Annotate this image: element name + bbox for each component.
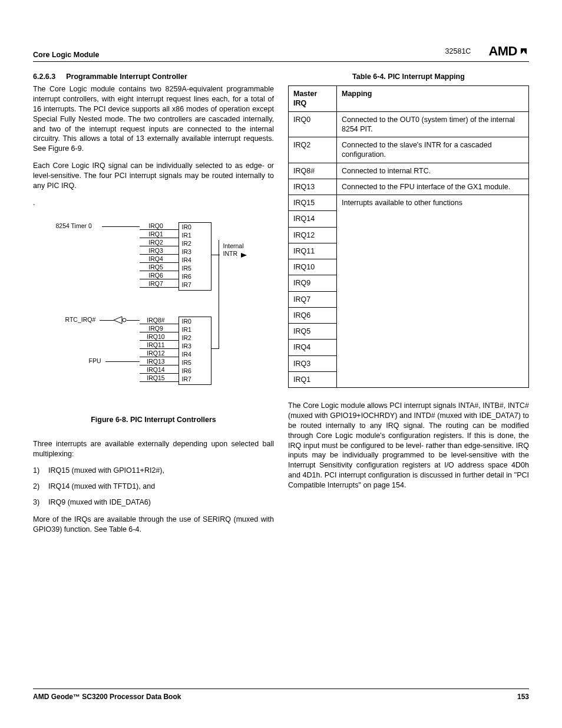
irq-left-label: IRQ2	[142, 239, 170, 246]
cell-mapping: Connected to the slave's INTR for a casc…	[337, 137, 529, 163]
irq-left-label: IRQ9	[142, 325, 170, 332]
irq-left-label: IRQ7	[142, 280, 170, 287]
cell-irq: IRQ5	[289, 324, 337, 340]
ir-pin-label: IR2	[182, 334, 208, 341]
doc-number: 32581C	[445, 47, 471, 55]
cell-irq: IRQ14	[289, 211, 337, 227]
ir-pin-label: IR2	[182, 240, 208, 247]
list-item: 1)IRQ15 (muxed with GPIO11+RI2#),	[33, 466, 274, 476]
cell-irq: IRQ3	[289, 355, 337, 371]
irq-left-label: IRQ3	[142, 247, 170, 254]
table-row: IRQ2Connected to the slave's INTR for a …	[289, 137, 529, 163]
table-row: IRQ15Interrupts available to other funct…	[289, 195, 529, 211]
svg-marker-0	[114, 317, 122, 324]
content-columns: 6.2.6.3Programmable Interrupt Controller…	[33, 73, 529, 542]
ir-pin-label: IR0	[182, 223, 208, 230]
section-title: Programmable Interrupt Controller	[66, 73, 187, 81]
figure-caption: Figure 6-8. PIC Interrupt Controllers	[33, 416, 274, 424]
cell-irq: IRQ9	[289, 275, 337, 291]
section-heading: 6.2.6.3Programmable Interrupt Controller	[33, 73, 274, 81]
cell-irq: IRQ13	[289, 179, 337, 195]
section-para-1: The Core Logic module contains two 8259A…	[33, 84, 274, 154]
header-title: Core Logic Module	[33, 51, 100, 59]
cell-mapping: Connected to the OUT0 (system timer) of …	[337, 111, 529, 137]
stray-period: .	[33, 198, 274, 208]
svg-marker-2	[241, 253, 247, 258]
cell-irq: IRQ7	[289, 291, 337, 307]
irq-left-label: IRQ6	[142, 272, 170, 279]
page-footer: AMD Geode™ SC3200 Processor Data Book 15…	[33, 689, 529, 701]
page-header: Core Logic Module 32581C AMD	[33, 44, 529, 62]
label-intr: INTR	[223, 250, 238, 257]
ir-pin-label: IR0	[182, 318, 208, 325]
cell-irq: IRQ6	[289, 307, 337, 323]
section-para-2: Each Core Logic IRQ signal can be indivi…	[33, 161, 274, 191]
ir-pin-label: IR7	[182, 281, 208, 288]
irq-left-label: IRQ0	[142, 222, 170, 229]
col2-tail-para: The Core Logic module allows PCI interru…	[288, 401, 529, 490]
ir-pin-label: IR3	[182, 248, 208, 255]
cell-irq: IRQ10	[289, 259, 337, 275]
pic-diagram: IRQ0IR0IRQ1IR1IRQ2IR2IRQ3IR3IRQ4IR4IRQ5I…	[48, 219, 260, 407]
table-row: IRQ0Connected to the OUT0 (system timer)…	[289, 111, 529, 137]
col1-tail-para2: More of the IRQs are available through t…	[33, 515, 274, 535]
irq-left-label: IRQ15	[142, 374, 170, 381]
cell-irq: IRQ15	[289, 195, 337, 211]
irq-left-label: IRQ8#	[142, 317, 170, 324]
cell-mapping: Interrupts available to other functions	[337, 195, 529, 388]
table-row: IRQ13Connected to the FPU interface of t…	[289, 179, 529, 195]
section-number: 6.2.6.3	[33, 73, 55, 81]
irq-left-label: IRQ10	[142, 333, 170, 340]
irq-left-label: IRQ11	[142, 341, 170, 348]
left-column: 6.2.6.3Programmable Interrupt Controller…	[33, 73, 274, 542]
page-number: 153	[517, 693, 529, 701]
label-rtc-irq: RTC_IRQ#	[65, 316, 96, 323]
mux-list: 1)IRQ15 (muxed with GPIO11+RI2#), 2)IRQ1…	[33, 466, 274, 508]
table-row: IRQ8#Connected to internal RTC.	[289, 163, 529, 179]
arrow-right-icon	[241, 252, 248, 259]
col1-tail-para: Three interrupts are available externall…	[33, 439, 274, 459]
cell-irq: IRQ11	[289, 243, 337, 259]
ir-pin-label: IR6	[182, 273, 208, 280]
list-item: 3)IRQ9 (muxed with IDE_DATA6)	[33, 498, 274, 508]
footer-title: AMD Geode™ SC3200 Processor Data Book	[33, 693, 181, 701]
cell-irq: IRQ8#	[289, 163, 337, 179]
irq-left-label: IRQ14	[142, 366, 170, 373]
cell-irq: IRQ4	[289, 340, 337, 355]
irq-left-label: IRQ12	[142, 350, 170, 357]
amd-arrow-icon	[518, 46, 529, 57]
ir-pin-label: IR4	[182, 351, 208, 358]
irq-left-label: IRQ13	[142, 358, 170, 365]
right-column: Table 6-4. PIC Interrupt Mapping Master …	[288, 73, 529, 542]
table-header-irq: Master IRQ	[289, 86, 337, 112]
table-header-mapping: Mapping	[337, 86, 529, 112]
pic-mapping-table: Master IRQ Mapping IRQ0Connected to the …	[288, 85, 529, 388]
label-internal: Internal	[223, 242, 244, 249]
cell-mapping: Connected to the FPU interface of the GX…	[337, 179, 529, 195]
ir-pin-label: IR5	[182, 359, 208, 366]
inverter-icon	[114, 315, 128, 325]
ir-pin-label: IR4	[182, 256, 208, 263]
label-fpu: FPU	[89, 357, 101, 364]
figure-6-8: IRQ0IR0IRQ1IR1IRQ2IR2IRQ3IR3IRQ4IR4IRQ5I…	[33, 219, 274, 424]
cell-mapping: Connected to internal RTC.	[337, 163, 529, 179]
list-item: 2)IRQ14 (muxed with TFTD1), and	[33, 482, 274, 492]
label-8254-timer: 8254 Timer 0	[56, 222, 92, 229]
ir-pin-label: IR1	[182, 326, 208, 333]
irq-left-label: IRQ5	[142, 263, 170, 271]
ir-pin-label: IR5	[182, 265, 208, 272]
irq-left-label: IRQ1	[142, 230, 170, 238]
ir-pin-label: IR6	[182, 367, 208, 374]
table-title: Table 6-4. PIC Interrupt Mapping	[288, 73, 529, 81]
cell-irq: IRQ1	[289, 371, 337, 387]
ir-pin-label: IR3	[182, 342, 208, 350]
cell-irq: IRQ0	[289, 111, 337, 137]
ir-pin-label: IR1	[182, 232, 208, 239]
svg-point-1	[123, 318, 126, 322]
cell-irq: IRQ12	[289, 227, 337, 243]
amd-logo: AMD	[488, 44, 529, 59]
cell-irq: IRQ2	[289, 137, 337, 163]
irq-left-label: IRQ4	[142, 255, 170, 262]
ir-pin-label: IR7	[182, 375, 208, 383]
